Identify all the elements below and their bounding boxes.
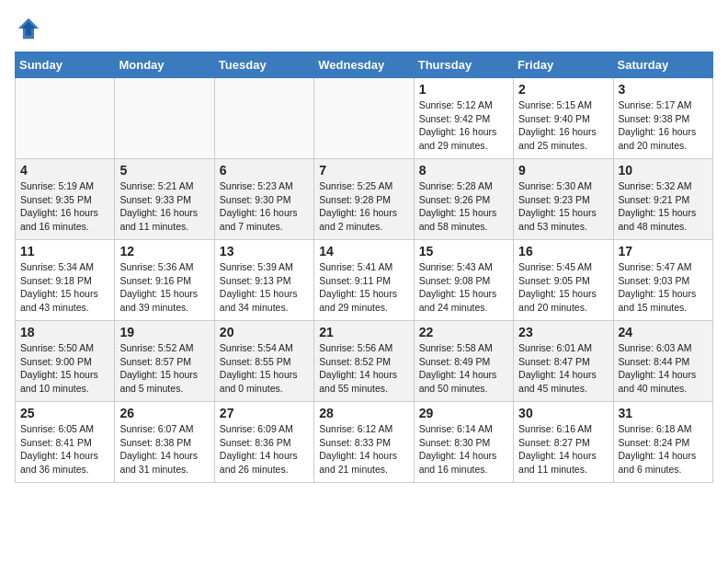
daylight-label: Daylight: 15 hours and 24 minutes. bbox=[419, 288, 497, 313]
daylight-label: Daylight: 14 hours and 55 minutes. bbox=[319, 369, 397, 394]
calendar-header-row: SundayMondayTuesdayWednesdayThursdayFrid… bbox=[16, 52, 713, 78]
column-header-tuesday: Tuesday bbox=[214, 52, 313, 78]
column-header-saturday: Saturday bbox=[613, 52, 712, 78]
sunset-label: Sunset: 8:24 PM bbox=[619, 437, 690, 448]
sunrise-label: Sunrise: 5:25 AM bbox=[319, 180, 392, 191]
cell-content: Sunrise: 5:34 AM Sunset: 9:18 PM Dayligh… bbox=[20, 260, 109, 315]
calendar-cell: 26 Sunrise: 6:07 AM Sunset: 8:38 PM Dayl… bbox=[115, 402, 214, 483]
cell-content: Sunrise: 6:09 AM Sunset: 8:36 PM Dayligh… bbox=[220, 422, 309, 477]
calendar-cell: 18 Sunrise: 5:50 AM Sunset: 9:00 PM Dayl… bbox=[16, 321, 115, 402]
sunset-label: Sunset: 8:49 PM bbox=[419, 356, 491, 367]
sunset-label: Sunset: 9:08 PM bbox=[419, 275, 491, 286]
cell-content: Sunrise: 5:45 AM Sunset: 9:05 PM Dayligh… bbox=[518, 260, 608, 315]
calendar-cell: 10 Sunrise: 5:32 AM Sunset: 9:21 PM Dayl… bbox=[613, 159, 712, 240]
calendar-cell: 31 Sunrise: 6:18 AM Sunset: 8:24 PM Dayl… bbox=[613, 402, 712, 483]
day-number: 16 bbox=[518, 244, 608, 259]
cell-content: Sunrise: 5:32 AM Sunset: 9:21 PM Dayligh… bbox=[619, 179, 708, 234]
day-number: 3 bbox=[619, 82, 708, 97]
sunset-label: Sunset: 8:38 PM bbox=[119, 437, 191, 448]
daylight-label: Daylight: 16 hours and 7 minutes. bbox=[220, 207, 298, 232]
cell-content: Sunrise: 5:41 AM Sunset: 9:11 PM Dayligh… bbox=[319, 260, 408, 315]
daylight-label: Daylight: 14 hours and 26 minutes. bbox=[220, 450, 298, 475]
calendar-cell: 19 Sunrise: 5:52 AM Sunset: 8:57 PM Dayl… bbox=[115, 321, 214, 402]
sunset-label: Sunset: 9:03 PM bbox=[619, 275, 690, 286]
daylight-label: Daylight: 14 hours and 11 minutes. bbox=[518, 450, 597, 475]
day-number: 4 bbox=[20, 163, 109, 178]
sunrise-label: Sunrise: 6:12 AM bbox=[319, 423, 392, 434]
calendar-cell: 1 Sunrise: 5:12 AM Sunset: 9:42 PM Dayli… bbox=[414, 78, 513, 159]
cell-content: Sunrise: 5:39 AM Sunset: 9:13 PM Dayligh… bbox=[220, 260, 309, 315]
sunrise-label: Sunrise: 6:14 AM bbox=[419, 423, 493, 434]
sunrise-label: Sunrise: 5:17 AM bbox=[619, 99, 692, 110]
daylight-label: Daylight: 15 hours and 29 minutes. bbox=[319, 288, 397, 313]
daylight-label: Daylight: 14 hours and 45 minutes. bbox=[518, 369, 597, 394]
cell-content: Sunrise: 5:25 AM Sunset: 9:28 PM Dayligh… bbox=[319, 179, 408, 234]
cell-content: Sunrise: 5:21 AM Sunset: 9:33 PM Dayligh… bbox=[119, 179, 209, 234]
day-number: 11 bbox=[20, 244, 109, 259]
sunrise-label: Sunrise: 5:54 AM bbox=[220, 342, 293, 353]
day-number: 18 bbox=[20, 325, 109, 339]
cell-content: Sunrise: 5:28 AM Sunset: 9:26 PM Dayligh… bbox=[419, 179, 508, 234]
sunset-label: Sunset: 9:33 PM bbox=[119, 194, 191, 205]
cell-content: Sunrise: 5:17 AM Sunset: 9:38 PM Dayligh… bbox=[619, 98, 708, 153]
calendar-cell: 12 Sunrise: 5:36 AM Sunset: 9:16 PM Dayl… bbox=[115, 240, 214, 321]
cell-content: Sunrise: 6:16 AM Sunset: 8:27 PM Dayligh… bbox=[518, 422, 608, 477]
sunrise-label: Sunrise: 5:21 AM bbox=[119, 180, 193, 191]
cell-content: Sunrise: 6:18 AM Sunset: 8:24 PM Dayligh… bbox=[619, 422, 708, 477]
cell-content: Sunrise: 5:36 AM Sunset: 9:16 PM Dayligh… bbox=[119, 260, 209, 315]
calendar-cell: 27 Sunrise: 6:09 AM Sunset: 8:36 PM Dayl… bbox=[214, 402, 313, 483]
cell-content: Sunrise: 6:12 AM Sunset: 8:33 PM Dayligh… bbox=[319, 422, 408, 477]
day-number: 31 bbox=[619, 406, 708, 420]
calendar-week-2: 4 Sunrise: 5:19 AM Sunset: 9:35 PM Dayli… bbox=[16, 159, 713, 240]
sunset-label: Sunset: 8:33 PM bbox=[319, 437, 391, 448]
cell-content: Sunrise: 5:52 AM Sunset: 8:57 PM Dayligh… bbox=[119, 341, 209, 396]
column-header-thursday: Thursday bbox=[414, 52, 513, 78]
cell-content: Sunrise: 5:30 AM Sunset: 9:23 PM Dayligh… bbox=[518, 179, 608, 234]
column-header-wednesday: Wednesday bbox=[314, 52, 414, 78]
day-number: 6 bbox=[220, 163, 309, 178]
calendar-cell: 3 Sunrise: 5:17 AM Sunset: 9:38 PM Dayli… bbox=[613, 78, 712, 159]
day-number: 27 bbox=[220, 406, 309, 420]
sunset-label: Sunset: 9:16 PM bbox=[119, 275, 191, 286]
column-header-sunday: Sunday bbox=[16, 52, 115, 78]
day-number: 29 bbox=[419, 406, 508, 420]
daylight-label: Daylight: 16 hours and 2 minutes. bbox=[319, 207, 397, 232]
daylight-label: Daylight: 15 hours and 0 minutes. bbox=[220, 369, 298, 394]
daylight-label: Daylight: 16 hours and 11 minutes. bbox=[119, 207, 198, 232]
sunrise-label: Sunrise: 5:36 AM bbox=[119, 261, 193, 272]
column-header-monday: Monday bbox=[115, 52, 214, 78]
day-number: 30 bbox=[518, 406, 608, 420]
day-number: 9 bbox=[518, 163, 608, 178]
day-number: 28 bbox=[319, 406, 408, 420]
daylight-label: Daylight: 15 hours and 5 minutes. bbox=[119, 369, 198, 394]
sunrise-label: Sunrise: 5:47 AM bbox=[619, 261, 692, 272]
daylight-label: Daylight: 15 hours and 58 minutes. bbox=[419, 207, 497, 232]
sunset-label: Sunset: 9:05 PM bbox=[518, 275, 590, 286]
day-number: 2 bbox=[518, 82, 608, 97]
daylight-label: Daylight: 15 hours and 43 minutes. bbox=[20, 288, 98, 313]
cell-content: Sunrise: 6:03 AM Sunset: 8:44 PM Dayligh… bbox=[619, 341, 708, 396]
sunrise-label: Sunrise: 6:03 AM bbox=[619, 342, 692, 353]
calendar-cell: 24 Sunrise: 6:03 AM Sunset: 8:44 PM Dayl… bbox=[613, 321, 712, 402]
day-number: 23 bbox=[518, 325, 608, 339]
sunrise-label: Sunrise: 6:07 AM bbox=[119, 423, 193, 434]
daylight-label: Daylight: 16 hours and 16 minutes. bbox=[20, 207, 98, 232]
sunrise-label: Sunrise: 5:50 AM bbox=[20, 342, 94, 353]
sunrise-label: Sunrise: 5:45 AM bbox=[518, 261, 592, 272]
calendar-cell bbox=[314, 78, 414, 159]
daylight-label: Daylight: 16 hours and 20 minutes. bbox=[619, 126, 697, 151]
calendar-cell bbox=[115, 78, 214, 159]
daylight-label: Daylight: 15 hours and 20 minutes. bbox=[518, 288, 597, 313]
daylight-label: Daylight: 14 hours and 50 minutes. bbox=[419, 369, 497, 394]
sunset-label: Sunset: 9:28 PM bbox=[319, 194, 391, 205]
calendar-cell: 16 Sunrise: 5:45 AM Sunset: 9:05 PM Dayl… bbox=[514, 240, 613, 321]
sunrise-label: Sunrise: 6:16 AM bbox=[518, 423, 592, 434]
cell-content: Sunrise: 5:56 AM Sunset: 8:52 PM Dayligh… bbox=[319, 341, 408, 396]
daylight-label: Daylight: 14 hours and 31 minutes. bbox=[119, 450, 198, 475]
sunset-label: Sunset: 9:26 PM bbox=[419, 194, 491, 205]
calendar-week-3: 11 Sunrise: 5:34 AM Sunset: 9:18 PM Dayl… bbox=[16, 240, 713, 321]
sunrise-label: Sunrise: 5:52 AM bbox=[119, 342, 193, 353]
sunset-label: Sunset: 9:40 PM bbox=[518, 113, 590, 124]
sunrise-label: Sunrise: 5:28 AM bbox=[419, 180, 493, 191]
sunset-label: Sunset: 9:35 PM bbox=[20, 194, 92, 205]
